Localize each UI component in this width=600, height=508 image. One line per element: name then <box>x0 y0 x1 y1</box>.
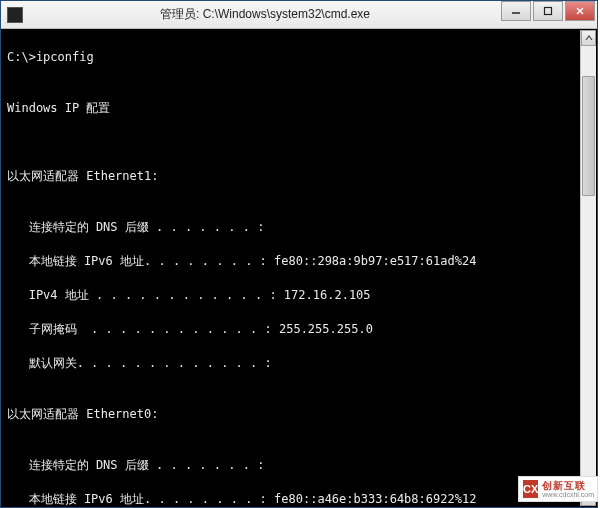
maximize-button[interactable] <box>533 1 563 21</box>
watermark-logo: CX <box>523 480 538 498</box>
watermark-url: www.cdcxhl.com <box>542 491 594 498</box>
cmd-icon <box>7 7 23 23</box>
scroll-up-button[interactable] <box>581 30 596 46</box>
mask-line: 子网掩码 . . . . . . . . . . . . : 255.255.2… <box>7 321 591 338</box>
ipv6-line: 本地链接 IPv6 地址. . . . . . . . : fe80::298a… <box>7 253 591 270</box>
chevron-up-icon <box>585 34 593 42</box>
cmd-window: 管理员: C:\Windows\system32\cmd.exe C:\>ipc… <box>0 0 598 508</box>
vertical-scrollbar[interactable] <box>580 30 596 506</box>
adapter-title: 以太网适配器 Ethernet0: <box>7 406 591 423</box>
scroll-track[interactable] <box>581 46 596 490</box>
dns-suffix-line: 连接特定的 DNS 后缀 . . . . . . . : <box>7 219 591 236</box>
gateway-line: 默认网关. . . . . . . . . . . . . : <box>7 355 591 372</box>
titlebar[interactable]: 管理员: C:\Windows\system32\cmd.exe <box>1 1 597 29</box>
close-icon <box>575 6 585 16</box>
terminal-output[interactable]: C:\>ipconfig Windows IP 配置 以太网适配器 Ethern… <box>1 29 597 507</box>
close-button[interactable] <box>565 1 595 21</box>
window-controls <box>501 1 597 28</box>
ipv6-line: 本地链接 IPv6 地址. . . . . . . . : fe80::a46e… <box>7 491 591 507</box>
watermark-brand: 创新互联 <box>542 481 594 491</box>
ipv4-line: IPv4 地址 . . . . . . . . . . . . : 172.16… <box>7 287 591 304</box>
prompt-line: C:\>ipconfig <box>7 49 591 66</box>
minimize-icon <box>511 6 521 16</box>
dns-suffix-line: 连接特定的 DNS 后缀 . . . . . . . : <box>7 457 591 474</box>
minimize-button[interactable] <box>501 1 531 21</box>
window-title: 管理员: C:\Windows\system32\cmd.exe <box>29 6 501 23</box>
adapter-title: 以太网适配器 Ethernet1: <box>7 168 591 185</box>
scroll-thumb[interactable] <box>582 76 595 196</box>
maximize-icon <box>543 6 553 16</box>
watermark-badge: CX 创新互联 www.cdcxhl.com <box>518 476 598 502</box>
header-line: Windows IP 配置 <box>7 100 591 117</box>
svg-rect-1 <box>545 8 552 15</box>
watermark-text: 创新互联 www.cdcxhl.com <box>542 481 594 498</box>
